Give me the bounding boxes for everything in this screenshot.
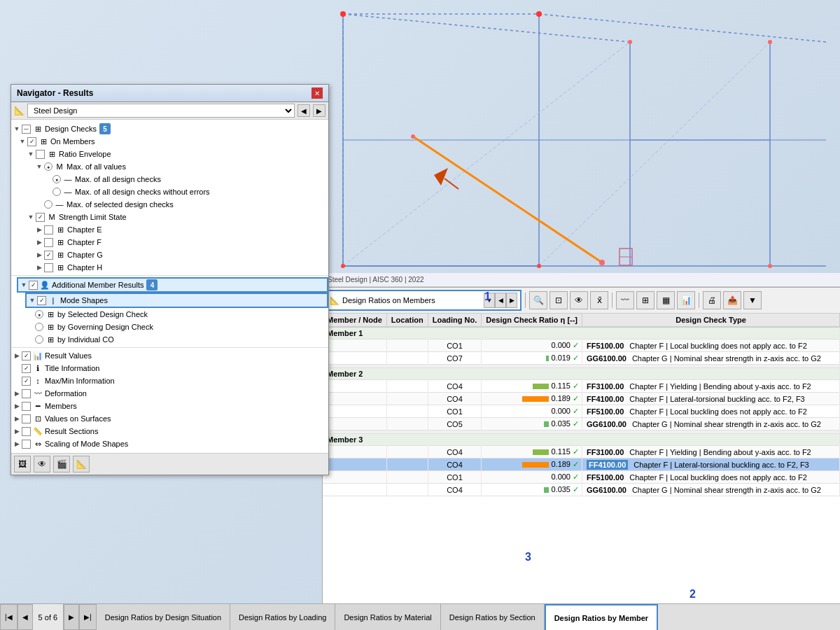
table-row[interactable]: Member 3 [323, 434, 840, 446]
expand-chapter-g[interactable]: ▶ [35, 251, 43, 259]
table-row[interactable]: CO7 0.019 ✓ GG6100.00Chapter G | Nominal… [323, 352, 840, 365]
expand-max-all-values[interactable]: ▼ [35, 162, 43, 171]
tree-item-ratio-envelope[interactable]: ▼ ⊞ Ratio Envelope [25, 148, 328, 160]
expand-mode-shapes[interactable]: ▼ [28, 296, 36, 304]
tab-design-material[interactable]: Design Ratios by Material [335, 604, 440, 630]
tab-next-button[interactable]: ▶ [64, 604, 79, 630]
expand-members[interactable]: ▶ [13, 402, 21, 410]
expand-scaling[interactable]: ▶ [13, 440, 21, 448]
table-row[interactable]: Member 2 [323, 368, 840, 380]
radio-by-individual[interactable] [35, 335, 43, 344]
results-next-button[interactable]: ▶ [506, 293, 517, 308]
results-prev-button[interactable]: ◀ [495, 293, 506, 308]
tree-item-deformation[interactable]: ▶ 〰 Deformation [11, 387, 328, 400]
tab-first-button[interactable]: |◀ [0, 604, 18, 630]
table-row[interactable]: CO4 0.189 ✓ FF4100.00Chapter F | Lateral… [323, 458, 840, 471]
checkbox-members[interactable] [22, 402, 31, 411]
nav-movie-button[interactable]: 🎬 [53, 456, 70, 472]
expand-chapter-h[interactable]: ▶ [35, 263, 43, 272]
tab-design-loading[interactable]: Design Ratios by Loading [230, 604, 335, 630]
table-row[interactable]: CO1 0.000 ✓ FF5100.00Chapter F | Local b… [323, 340, 840, 352]
checkbox-result-values[interactable] [22, 351, 31, 360]
checkbox-additional[interactable] [29, 281, 38, 290]
checkbox-surfaces[interactable] [22, 414, 31, 424]
radio-max-all-design[interactable] [52, 175, 61, 183]
tab-design-situation[interactable]: Design Ratios by Design Situation [97, 604, 230, 630]
close-button[interactable]: ✕ [312, 88, 323, 99]
next-nav-button[interactable]: ▶ [313, 104, 326, 117]
table-row[interactable]: CO4 0.115 ✓ FF3100.00Chapter F | Yieldin… [323, 446, 840, 458]
checkbox-on-members[interactable] [27, 137, 36, 146]
expand-additional[interactable]: ▼ [20, 281, 28, 289]
checkbox-deformation[interactable] [22, 389, 31, 398]
radio-max-all-values[interactable] [44, 162, 52, 171]
tab-design-member[interactable]: Design Ratios by Member [545, 604, 658, 630]
tree-item-chapter-f[interactable]: ▶ ⊞ Chapter F [34, 236, 328, 248]
tree-item-chapter-g[interactable]: ▶ ⊞ Chapter G [34, 248, 328, 261]
expand-design-checks[interactable]: ▼ [13, 125, 21, 133]
radio-by-selected[interactable] [35, 310, 43, 318]
table-row[interactable]: CO4 0.035 ✓ GG6100.00Chapter G | Nominal… [323, 484, 840, 496]
checkbox-strength[interactable] [36, 213, 45, 222]
tree-item-mode-shapes[interactable]: ▼ | Mode Shapes [25, 293, 328, 308]
tree-item-strength[interactable]: ▼ Μ Strength Limit State [25, 211, 328, 223]
grid-button[interactable]: ⊞ [636, 291, 654, 309]
tree-item-maxmin[interactable]: ▶ ↕ Max/Min Information [11, 374, 328, 387]
table-row[interactable]: CO5 0.035 ✓ GG6100.00Chapter G | Nominal… [323, 418, 840, 430]
expand-result-values[interactable]: ▶ [13, 351, 21, 360]
checkbox-design-checks[interactable] [22, 125, 31, 134]
expand-deformation[interactable]: ▶ [13, 389, 21, 398]
tree-item-title-info[interactable]: ▶ ℹ Title Information [11, 362, 328, 374]
tree-item-chapter-e[interactable]: ▶ ⊞ Chapter E [34, 223, 328, 236]
tab-last-button[interactable]: ▶| [79, 604, 97, 630]
table-row[interactable]: CO1 0.000 ✓ FF5100.00Chapter F | Local b… [323, 471, 840, 484]
expand-result-sections[interactable]: ▶ [13, 427, 21, 435]
tree-item-chapter-h[interactable]: ▶ ⊞ Chapter H [34, 261, 328, 274]
expand-chapter-f[interactable]: ▶ [35, 238, 43, 246]
checkbox-ratio-envelope[interactable] [36, 150, 45, 159]
tree-item-surfaces[interactable]: ▶ ⊡ Values on Surfaces [11, 412, 328, 425]
radio-max-selected[interactable] [44, 200, 52, 209]
prev-nav-button[interactable]: ◀ [298, 104, 310, 117]
table-row[interactable]: Member 1 [323, 327, 840, 340]
checkbox-chapter-f[interactable] [44, 238, 53, 247]
chart-button[interactable]: 📊 [677, 291, 695, 309]
tree-item-max-all-values[interactable]: ▼ Μ Max. of all values [34, 160, 328, 173]
expand-surfaces[interactable]: ▶ [13, 414, 21, 423]
radio-by-governing[interactable] [35, 323, 43, 331]
tab-design-section[interactable]: Design Ratios by Section [441, 604, 545, 630]
nav-measure-button[interactable]: 📐 [73, 456, 90, 472]
tree-item-max-no-errors[interactable]: ▶ — Max. of all design checks without er… [42, 186, 328, 198]
nav-eye-button[interactable]: 👁 [34, 456, 50, 472]
tree-item-max-all-design[interactable]: ▶ — Max. of all design checks [42, 173, 328, 186]
tree-item-by-selected[interactable]: ⊞ by Selected Design Check [34, 308, 328, 321]
eye-button[interactable]: 👁 [570, 291, 588, 309]
checkbox-chapter-h[interactable] [44, 263, 53, 272]
tree-item-result-values[interactable]: ▶ 📊 Result Values [11, 349, 328, 362]
table-button[interactable]: ▦ [657, 291, 675, 309]
checkbox-mode-shapes[interactable] [37, 296, 46, 305]
nav-home-button[interactable]: 🖼 [14, 456, 31, 472]
tree-item-members[interactable]: ▶ ━ Members [11, 400, 328, 412]
checkbox-maxmin[interactable] [22, 377, 31, 386]
radio-max-no-errors[interactable] [52, 188, 61, 196]
module-dropdown[interactable]: Steel Design [27, 104, 295, 118]
tree-item-result-sections[interactable]: ▶ 📏 Result Sections [11, 425, 328, 438]
export-button[interactable]: 📤 [723, 291, 741, 309]
tree-item-max-selected[interactable]: ▶ — Max. of selected design checks [34, 198, 328, 211]
search-button[interactable]: 🔍 [529, 291, 547, 309]
wave-button[interactable]: 〰 [616, 291, 634, 309]
expand-strength[interactable]: ▼ [27, 213, 35, 221]
checkbox-chapter-g[interactable] [44, 251, 53, 260]
table-row[interactable]: CO4 0.189 ✓ FF4100.00Chapter F | Lateral… [323, 393, 840, 405]
expand-chapter-e[interactable]: ▶ [35, 225, 43, 234]
tree-item-on-members[interactable]: ▼ ⊞ On Members [17, 135, 328, 148]
expand-ratio-envelope[interactable]: ▼ [27, 150, 35, 158]
tree-item-additional-results[interactable]: ▼ 👤 Additional Member Results 4 [17, 277, 328, 293]
tab-prev-button[interactable]: ◀ [18, 604, 33, 630]
expand-on-members[interactable]: ▼ [18, 137, 27, 146]
text-button[interactable]: x̄ [590, 291, 608, 309]
table-row[interactable]: CO1 0.000 ✓ FF5100.00Chapter F | Local b… [323, 405, 840, 418]
tree-item-by-individual-co[interactable]: ⊞ by Individual CO [34, 333, 328, 346]
select-button[interactable]: ⊡ [550, 291, 568, 309]
